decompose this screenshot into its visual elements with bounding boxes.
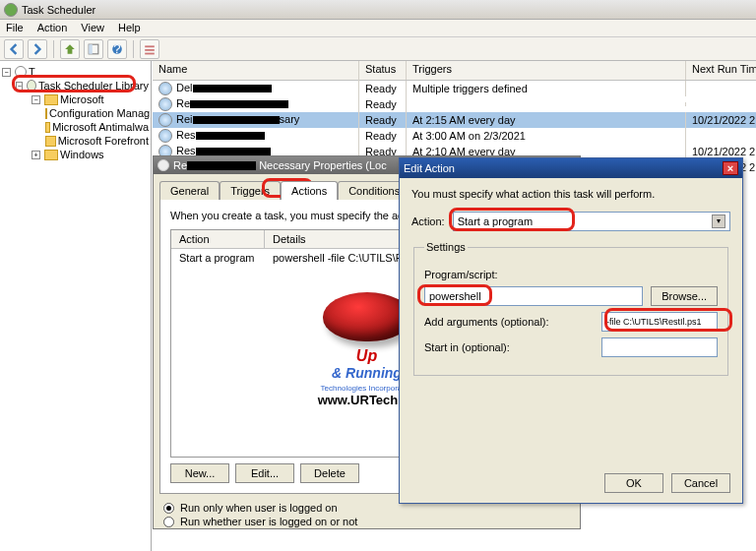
col-status[interactable]: Status — [359, 61, 407, 80]
tree-item[interactable]: Configuration Manag — [2, 106, 149, 120]
grid-header: Name Status Triggers Next Run Time Las — [153, 61, 756, 81]
program-label: Program/script: — [424, 269, 718, 280]
edit-action-dialog[interactable]: Edit Action × You must specify what acti… — [399, 157, 743, 504]
folder-icon — [44, 94, 58, 105]
svg-rect-5 — [145, 49, 155, 51]
menu-file[interactable]: File — [6, 22, 24, 34]
program-input[interactable] — [424, 286, 643, 306]
folder-icon — [45, 122, 50, 133]
menu-view[interactable]: View — [81, 22, 104, 34]
task-icon — [158, 82, 172, 95]
dialog-desc: You must specify what action this task w… — [411, 188, 655, 200]
radio-logged-on[interactable] — [163, 503, 174, 514]
col-name[interactable]: Name — [153, 61, 359, 80]
svg-rect-6 — [145, 52, 155, 54]
arguments-input[interactable] — [601, 312, 718, 332]
menu-help[interactable]: Help — [118, 22, 141, 34]
mouse-icon — [323, 292, 411, 341]
dialog-titlebar[interactable]: Edit Action × — [400, 158, 742, 178]
window-titlebar: Task Scheduler — [0, 0, 756, 20]
startin-input[interactable] — [601, 337, 718, 357]
tree-item[interactable]: Microsoft Forefront — [2, 134, 149, 148]
menu-action[interactable]: Action — [37, 22, 68, 34]
svg-text:?: ? — [113, 43, 120, 55]
svg-rect-4 — [145, 45, 155, 47]
tree-item[interactable]: Microsoft Antimalwa — [2, 120, 149, 134]
help-button[interactable]: ? — [107, 39, 127, 59]
toolbar: ? — [0, 37, 756, 61]
folder-icon — [45, 136, 56, 147]
radio-any[interactable] — [163, 517, 174, 527]
window-title: Task Scheduler — [22, 4, 95, 16]
expand-icon[interactable]: − — [16, 82, 23, 91]
dialog-title: Edit Action — [404, 162, 455, 174]
actions-col-action[interactable]: Action — [171, 230, 265, 248]
task-icon — [158, 113, 172, 127]
task-row-selected[interactable]: Reisary ReadyAt 2:15 AM every day10/21/2… — [153, 112, 756, 128]
edit-action-button[interactable]: Edit... — [235, 463, 294, 483]
task-icon — [158, 159, 169, 171]
app-icon — [4, 3, 18, 17]
security-options: Run only when user is logged on Run whet… — [163, 502, 580, 527]
nav-tree[interactable]: − T − Task Scheduler Library −Microsoft … — [0, 61, 152, 551]
delete-action-button[interactable]: Delete — [300, 463, 359, 483]
cancel-button[interactable]: Cancel — [671, 473, 730, 493]
tree-library[interactable]: − Task Scheduler Library — [2, 79, 149, 92]
clock-icon — [15, 66, 27, 78]
args-label: Add arguments (optional): — [424, 316, 549, 328]
close-button[interactable]: × — [723, 161, 738, 175]
tree-item[interactable]: +Windows — [2, 148, 149, 161]
panel-button[interactable] — [84, 39, 103, 59]
folder-icon — [45, 108, 47, 119]
expand-icon[interactable]: + — [32, 151, 40, 159]
folder-icon — [44, 150, 58, 160]
new-action-button[interactable]: New... — [170, 463, 229, 483]
col-nextrun[interactable]: Next Run Time — [686, 61, 756, 80]
task-row[interactable]: Res ReadyAt 3:00 AM on 2/3/20212/3 — [153, 128, 756, 144]
back-button[interactable] — [4, 39, 24, 59]
tree-item[interactable]: −Microsoft — [2, 92, 149, 106]
tab-triggers[interactable]: Triggers — [220, 181, 281, 200]
up-button[interactable] — [60, 39, 80, 59]
svg-rect-1 — [89, 44, 93, 54]
task-icon — [158, 97, 172, 111]
ok-button[interactable]: OK — [604, 473, 663, 493]
task-row[interactable]: Re Ready — [153, 96, 756, 112]
tab-general[interactable]: General — [159, 181, 220, 200]
action-label: Action: — [411, 215, 445, 227]
list-button[interactable] — [140, 39, 159, 59]
settings-legend: Settings — [424, 241, 468, 253]
col-triggers[interactable]: Triggers — [407, 61, 686, 80]
startin-label: Start in (optional): — [424, 341, 510, 353]
task-row[interactable]: Del ReadyMultiple triggers defined10/2 — [153, 81, 756, 96]
chevron-down-icon[interactable]: ▾ — [712, 214, 725, 228]
action-combo[interactable]: Start a program▾ — [453, 212, 730, 231]
expand-icon[interactable]: − — [32, 95, 40, 104]
tree-root[interactable]: − T — [2, 65, 149, 79]
tab-actions[interactable]: Actions — [281, 181, 338, 200]
menubar: File Action View Help — [0, 20, 756, 37]
task-icon — [158, 129, 172, 143]
library-icon — [27, 80, 36, 92]
settings-group: Settings Program/script: Browse... Add a… — [413, 241, 728, 376]
forward-button[interactable] — [28, 39, 47, 59]
expand-icon[interactable]: − — [2, 68, 11, 77]
browse-button[interactable]: Browse... — [651, 286, 718, 306]
